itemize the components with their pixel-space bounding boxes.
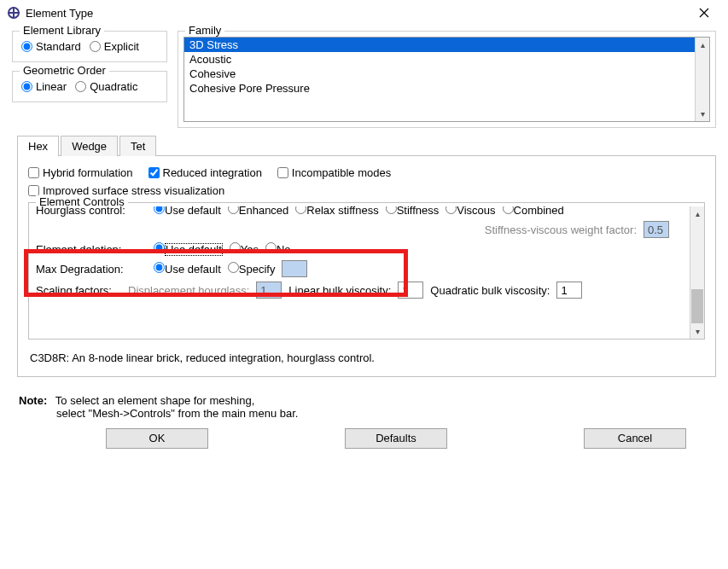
geometric-order-linear[interactable]: Linear [21,80,67,93]
hourglass-label: Hourglass control: [36,206,147,217]
incompat-check[interactable]: Incompatible modes [277,166,391,179]
hourglass-enhanced[interactable]: Enhanced [228,206,289,217]
element-deletion-no[interactable]: No [265,242,291,256]
geometric-order-group: Geometric Order Linear Quadratic [12,71,167,102]
tab-panel-hex: Hybrid formulation Reduced integration I… [17,156,716,377]
svwf-label: Stiffness-viscous weight factor: [485,224,637,236]
quadratic-bulk-input[interactable] [556,282,582,299]
max-degradation-label: Max Degradation: [36,263,147,276]
hourglass-combined[interactable]: Combined [503,206,564,217]
element-library-title: Element Library [20,24,104,37]
scroll-thumb[interactable] [691,289,703,323]
tab-tet[interactable]: Tet [119,136,156,156]
reduced-check[interactable]: Reduced integration [149,166,262,179]
element-library-standard[interactable]: Standard [21,40,81,53]
max-degradation-specify[interactable]: Specify [228,262,276,276]
cancel-button[interactable]: Cancel [584,428,686,449]
tab-hex[interactable]: Hex [17,136,59,156]
tabs: Hex Wedge Tet [17,135,716,156]
hourglass-stiffness[interactable]: Stiffness [386,206,440,217]
family-group: Family 3D Stress Acoustic Cohesive Cohes… [178,31,716,128]
defaults-button[interactable]: Defaults [345,428,447,449]
hourglass-viscous[interactable]: Viscous [446,206,495,217]
element-library-explicit[interactable]: Explicit [90,40,139,53]
disp-hourglass-input [256,282,282,299]
controls-scrollbar[interactable]: ▴ ▾ [690,206,704,339]
element-controls-group: Element Controls Hourglass control: Use … [28,202,705,340]
titlebar: Element Type [0,0,728,26]
family-scrollbar[interactable]: ▴ ▾ [695,38,709,121]
family-item[interactable]: 3D Stress [184,38,695,52]
max-degradation-input [282,260,307,277]
element-library-group: Element Library Standard Explicit [12,31,167,62]
tab-wedge[interactable]: Wedge [61,136,118,156]
geometric-order-quadratic[interactable]: Quadratic [75,80,137,93]
family-title: Family [185,24,224,37]
svg-rect-2 [8,12,20,14]
ok-button[interactable]: OK [106,428,208,449]
family-item[interactable]: Cohesive [184,67,695,81]
note: Note: To select an element shape for mes… [19,394,709,420]
family-item[interactable]: Cohesive Pore Pressure [184,81,695,96]
svwf-input [644,221,669,238]
hybrid-check[interactable]: Hybrid formulation [28,166,133,179]
disp-hourglass-label: Displacement hourglass: [128,284,249,297]
window-title: Element Type [26,7,93,20]
note-line2: select "Mesh->Controls" from the main me… [56,407,298,420]
app-icon [7,6,20,20]
scroll-up-icon[interactable]: ▴ [696,38,710,52]
max-degradation-usedefault[interactable]: Use default [154,262,221,276]
close-button[interactable] [687,2,721,24]
hourglass-usedefault[interactable]: Use default [154,206,221,217]
element-deletion-usedefault[interactable]: Use default [154,242,223,256]
geometric-order-title: Geometric Order [20,64,109,77]
scroll-down-icon[interactable]: ▾ [696,107,710,121]
linear-bulk-label: Linear bulk viscosity: [288,284,391,297]
note-label: Note: [19,394,47,407]
family-item[interactable]: Acoustic [184,52,695,67]
scroll-down-icon[interactable]: ▾ [690,324,705,339]
family-listbox[interactable]: 3D Stress Acoustic Cohesive Cohesive Por… [183,37,710,122]
button-bar: OK Defaults Cancel [12,428,716,456]
quadratic-bulk-label: Quadratic bulk viscosity: [430,284,550,297]
scaling-label: Scaling factors: [36,284,121,297]
note-line1: To select an element shape for meshing, [55,394,254,407]
scroll-up-icon[interactable]: ▴ [690,206,705,221]
linear-bulk-input[interactable] [398,282,423,299]
element-deletion-label: Element deletion: [36,243,147,256]
element-description: C3D8R: An 8-node linear brick, reduced i… [30,351,703,364]
hourglass-relax[interactable]: Relax stiffness [295,206,378,217]
element-deletion-yes[interactable]: Yes [230,242,259,256]
